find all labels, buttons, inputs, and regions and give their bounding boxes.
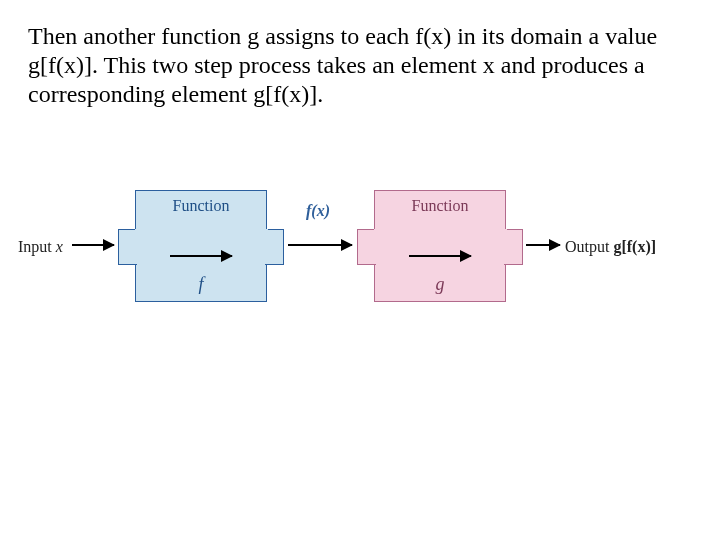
function-box-g: Function g [374, 190, 506, 302]
fx-text: f(x) [306, 202, 330, 219]
box-notch-icon [504, 229, 523, 265]
body-paragraph: Then another function g assigns to each … [28, 22, 688, 108]
input-var: x [56, 238, 63, 255]
box-g-name: g [375, 274, 505, 295]
input-prefix: Input [18, 238, 56, 255]
box-f-title: Function [136, 197, 266, 215]
output-prefix: Output [565, 238, 613, 255]
output-expr: g[f(x)] [613, 238, 656, 255]
arrow-icon [170, 255, 232, 257]
box-g-title: Function [375, 197, 505, 215]
arrow-icon [526, 244, 560, 246]
output-label: Output g[f(x)] [565, 238, 656, 256]
function-box-f: Function f [135, 190, 267, 302]
input-label: Input x [18, 238, 63, 256]
arrow-icon [288, 244, 352, 246]
box-f-name: f [136, 274, 266, 295]
arrow-icon [409, 255, 471, 257]
arrow-icon [72, 244, 114, 246]
box-notch-icon [265, 229, 284, 265]
composition-diagram: Input x Function f f(x) Function g Outpu… [10, 180, 690, 310]
intermediate-label: f(x) [306, 202, 330, 220]
